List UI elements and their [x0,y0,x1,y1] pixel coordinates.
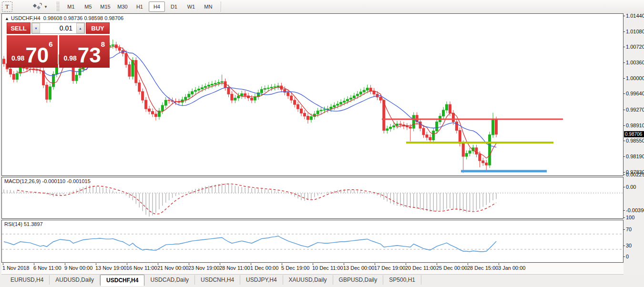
sell-price-prefix: 0.98 [11,54,24,62]
time-axis-label: 25 Dec 00:00 [436,265,467,271]
price-axis-label: 0.99640 [626,91,644,96]
sell-button[interactable]: SELL [7,22,31,34]
lot-decrease-button[interactable]: ▼ [32,23,40,33]
macd-axis-label: 0.00 [626,184,636,190]
tab-usdcnh-h4[interactable]: USDCNH,H4 [195,275,240,285]
time-axis-label: 16 Nov 11:00 [126,265,157,271]
ohlc-close: 0.98706 [104,15,123,21]
tab-usdchf-h4[interactable]: USDCHF,H4 [100,275,144,286]
price-axis-label: 1.00720 [626,44,644,50]
time-axis-label: 5 Dec 19:00 [281,265,309,271]
rsi-label: RSI(14) 51.3897 [4,221,43,227]
sell-price-display[interactable]: 0.98 70 6 [7,35,58,68]
price-axis-tick [624,16,625,16]
timeframe-button-h1[interactable]: H1 [132,1,148,12]
buy-button[interactable]: BUY [86,22,110,34]
time-axis-label: 23 Nov 19:00 [188,265,219,271]
macd-axis-tick [624,187,625,187]
one-click-trade-panel: SELL ▼ 0.01 ▲ BUY 0.98 70 6 0.98 73 8 [7,22,110,68]
time-axis-label: 13 Dec 00:00 [343,265,374,271]
timeframe-button-m1[interactable]: M1 [63,1,79,12]
time-axis-label: 13 Nov 19:00 [95,265,126,271]
tab-audusd-daily[interactable]: AUDUSD,Daily [50,275,100,285]
mt4-terminal: { "toolbar": { "text_tool_label": "T", "… [0,0,644,287]
tab-sp500-h1[interactable]: SP500,H1 [383,275,421,285]
lot-size-input[interactable]: 0.01 [40,23,76,33]
rsi-chart [2,220,623,262]
timeframe-button-m15[interactable]: M15 [97,1,113,12]
sell-price-pip: 6 [49,40,52,48]
tab-gbpusd-daily[interactable]: GBPUSD,Daily [333,275,384,285]
rsi-indicator-pane[interactable]: RSI(14) 51.3897 [1,220,624,263]
ohlc-low: 0.98598 [84,15,103,21]
rsi-axis-tick [624,246,625,246]
price-axis[interactable]: 1.014401.010801.007201.003601.000000.996… [624,13,644,263]
time-axis-label: 6 Nov 11:00 [33,265,61,271]
price-axis-tick [624,31,625,32]
buy-price-pip: 8 [101,40,105,48]
ohlc-open: 0.98608 [43,15,62,21]
buy-price-prefix: 0.98 [63,54,76,62]
timeframe-button-h4[interactable]: H4 [149,1,165,12]
current-price-tag: 0.98706 [624,131,644,137]
price-axis-tick [624,78,625,79]
text-tool-button[interactable]: T [2,1,12,12]
macd-indicator-pane[interactable]: MACD(12,26,9) -0.000110 -0.001015 [1,177,624,219]
toolbar: T ▼ M1M5M15M30H1H4D1W1MN [0,0,644,14]
time-axis-label: 10 Dec 11:00 [312,265,343,271]
rsi-axis-tick [624,256,625,257]
macd-axis-tick [624,174,625,175]
timeframe-button-m5[interactable]: M5 [80,1,96,12]
price-axis-label: 0.98910 [626,123,644,128]
price-axis-tick [624,156,625,157]
price-axis-label: 1.01440 [626,13,644,19]
timeframe-button-d1[interactable]: D1 [166,1,182,12]
rsi-axis-tick [624,229,625,230]
macd-label: MACD(12,26,9) -0.000110 -0.001015 [4,178,91,184]
time-axis-label: 28 Nov 11:00 [219,265,250,271]
price-axis-tick [624,110,625,110]
timeframe-button-w1[interactable]: W1 [183,1,199,12]
timeframe-button-m30[interactable]: M30 [114,1,131,12]
time-axis-label: 9 Nov 00:00 [64,265,92,271]
time-axis-label: 21 Nov 00:00 [157,265,188,271]
price-chart-pane[interactable]: ▲USDCHF,H4 0.98608 0.98736 0.98598 0.987… [1,13,624,176]
toolbar-separator [221,1,221,12]
rsi-axis-tick [624,217,625,218]
rsi-axis-label: 70 [626,226,632,232]
price-axis-tick [624,125,625,126]
macd-axis-tick [624,210,625,211]
price-axis-label: 1.01080 [626,29,644,34]
price-axis-tick [624,172,625,173]
price-axis-tick [624,47,625,47]
time-axis-label: 20 Dec 11:00 [405,265,436,271]
buy-price-display[interactable]: 0.98 73 8 [59,35,110,68]
price-axis-label: 0.98550 [626,138,644,144]
chevron-down-icon: ▼ [44,5,48,9]
price-axis-label: 0.98190 [626,154,644,159]
time-axis-label: 1 Nov 2018 [2,265,29,271]
tab-usdjpy-h4[interactable]: USDJPY,H4 [240,275,283,285]
toolbar-grip-handle[interactable] [56,2,60,11]
price-axis-tick [624,141,625,141]
price-axis-tick [624,62,625,63]
tab-xauusd-daily[interactable]: XAUUSD,Daily [283,275,333,285]
rsi-axis-label: 30 [626,243,632,248]
buy-price-big: 73 [78,46,101,64]
timeframe-button-mn[interactable]: MN [200,1,216,12]
time-axis-label: 28 Dec 15:00 [467,265,498,271]
macd-axis-label: -0.003904 [626,207,644,213]
tab-eurusd-h4[interactable]: EURUSD,H4 [5,275,50,285]
lot-increase-button[interactable]: ▲ [76,23,84,33]
time-axis-label: 17 Dec 19:00 [374,265,405,271]
chart-tab-bar: EURUSD,H4AUDUSD,DailyUSDCHF,H4USDCAD,Dai… [0,275,644,287]
sell-price-big: 70 [25,46,49,64]
rsi-axis-label: 0 [626,254,629,259]
macd-axis-label: 0.002297 [626,172,644,177]
price-axis-label: 1.00000 [626,75,644,81]
tab-usdcad-daily[interactable]: USDCAD,Daily [144,275,195,285]
symbol-title: USDCHF,H4 [11,15,41,21]
time-axis[interactable]: 1 Nov 20186 Nov 11:009 Nov 00:0013 Nov 1… [1,263,624,275]
chart-ohlc-header: ▲USDCHF,H4 0.98608 0.98736 0.98598 0.987… [5,15,123,21]
pointer-mode-button[interactable]: ▼ [29,1,51,12]
